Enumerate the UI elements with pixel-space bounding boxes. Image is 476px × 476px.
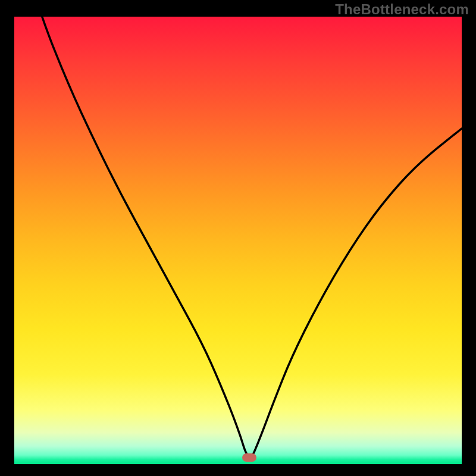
bottleneck-curve xyxy=(14,17,462,464)
watermark-text: TheBottleneck.com xyxy=(335,1,469,18)
optimal-marker xyxy=(242,453,256,462)
curve-path xyxy=(14,17,462,456)
plot-area xyxy=(14,17,462,464)
chart-frame: TheBottleneck.com xyxy=(0,0,476,476)
